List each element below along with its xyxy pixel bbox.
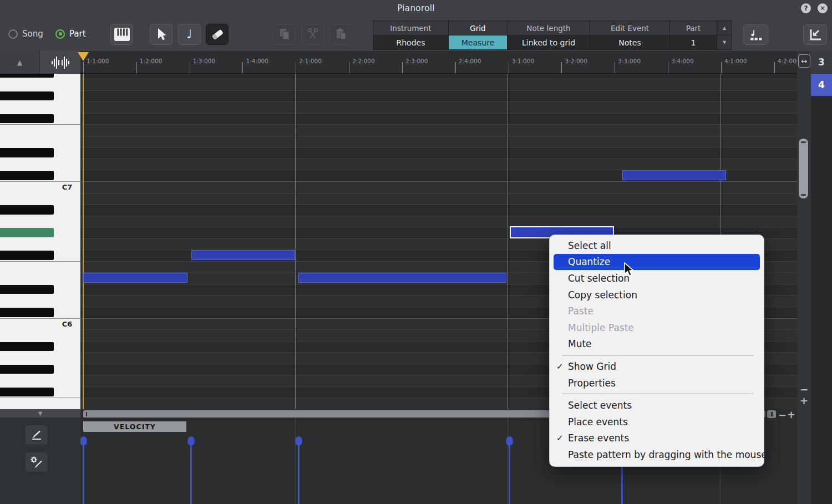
- velocity-handle-e6[interactable]: [80, 436, 87, 446]
- menu-item-place-events[interactable]: Place events: [550, 414, 764, 430]
- piano-key-a-5[interactable]: [0, 342, 54, 352]
- scroll-down-button[interactable]: ▼: [0, 409, 80, 418]
- part-spinner-down[interactable]: ▼: [717, 35, 732, 49]
- piano-key-f5[interactable]: [0, 398, 80, 409]
- piano-key-a-6[interactable]: [0, 205, 54, 215]
- piano-key-d7[interactable]: [0, 159, 80, 170]
- mode-radio-part[interactable]: Part: [55, 29, 86, 39]
- hzoom-out-button[interactable]: −: [778, 410, 787, 420]
- grid-value[interactable]: Measure: [449, 35, 507, 49]
- piano-key-b5[interactable]: [0, 329, 80, 341]
- velocity-stem-f-6[interactable]: [190, 441, 192, 504]
- timeline-ruler[interactable]: 1:1:0001:2:0001:3:0001:4:0002:1:0002:2:0…: [80, 51, 797, 74]
- note-tool-button[interactable]: ♩: [178, 24, 201, 45]
- piano-key-c-6[interactable]: [0, 308, 54, 317]
- midi-note-e6[interactable]: [83, 273, 187, 283]
- playhead-marker[interactable]: [78, 52, 89, 61]
- edit-event-value[interactable]: Notes: [590, 35, 669, 49]
- mode-radio-song[interactable]: Song: [8, 29, 43, 39]
- menu-item-copy-selection[interactable]: Copy selection: [550, 287, 764, 303]
- menu-item-quantize[interactable]: Quantize: [554, 254, 760, 271]
- waveform-view-button[interactable]: [40, 51, 80, 74]
- pointer-tool-button[interactable]: [150, 24, 173, 45]
- velocity-stem-e6[interactable]: [298, 441, 300, 504]
- instrument-value[interactable]: Rhodes: [373, 35, 448, 49]
- part-header: Part: [670, 21, 717, 35]
- menu-item-label: Quantize: [568, 256, 610, 267]
- part-value[interactable]: 1: [670, 35, 717, 49]
- grid-row-c7: [80, 181, 797, 193]
- piano-key-f-6[interactable]: [0, 251, 54, 260]
- velocity-settings-button[interactable]: [24, 452, 48, 472]
- draw-velocity-button[interactable]: [24, 425, 48, 445]
- piano-key-e6[interactable]: [0, 272, 80, 284]
- velocity-stem-g-6[interactable]: [509, 441, 510, 504]
- piano-key-g-5[interactable]: [0, 365, 54, 374]
- piano-key-f7[interactable]: [0, 124, 80, 136]
- piano-key-a7[interactable]: [0, 79, 80, 90]
- help-icon[interactable]: ?: [801, 3, 811, 13]
- ruler-tick-label: 1:3:000: [193, 58, 215, 64]
- hzoom-in-button[interactable]: +: [787, 410, 795, 420]
- piano-key-b6[interactable]: [0, 193, 80, 205]
- vzoom-out-button[interactable]: −: [800, 385, 808, 395]
- import-to-corner-button[interactable]: [803, 24, 827, 45]
- tab-column-filler: [811, 96, 832, 504]
- eraser-tool-button[interactable]: [206, 24, 229, 45]
- piano-key-a-7[interactable]: [0, 74, 54, 78]
- menu-item-label: Multiple Paste: [568, 322, 634, 333]
- piano-key-d-7[interactable]: [0, 148, 54, 157]
- piano-key-f-5[interactable]: [0, 388, 54, 397]
- menu-item-show-grid[interactable]: ✓Show Grid: [550, 358, 764, 375]
- menu-item-erase-events[interactable]: ✓Erase events: [550, 430, 764, 447]
- vertical-scrollbar[interactable]: [799, 139, 808, 198]
- piano-key-a5[interactable]: [0, 352, 80, 364]
- keyboard-panel-button[interactable]: [110, 24, 133, 45]
- velocity-stem-e6[interactable]: [83, 441, 84, 504]
- scroll-up-button[interactable]: ▲: [0, 51, 40, 74]
- piano-key-a6[interactable]: [0, 216, 80, 227]
- midi-note-f-6[interactable]: [191, 250, 296, 261]
- step-record-button[interactable]: [743, 24, 768, 45]
- menu-item-properties[interactable]: Properties: [550, 375, 764, 391]
- piano-key-g6[interactable]: [0, 238, 80, 250]
- velocity-handle-e6[interactable]: [295, 436, 302, 446]
- piano-key-f-7[interactable]: [0, 114, 54, 124]
- piano-key-g-6[interactable]: [0, 228, 54, 237]
- midi-note-e6[interactable]: [298, 273, 506, 283]
- menu-item-select-events[interactable]: Select events: [550, 397, 764, 414]
- piano-key-f6[interactable]: [0, 261, 80, 273]
- piano-key-g7[interactable]: [0, 101, 80, 113]
- piano-key-e7[interactable]: [0, 136, 80, 147]
- piano-key-d6[interactable]: [0, 295, 80, 307]
- piano-key-d-6[interactable]: [0, 285, 54, 294]
- velocity-label: VELOCITY: [83, 421, 186, 432]
- velocity-handle-g-6[interactable]: [506, 436, 513, 446]
- part-spinner-up[interactable]: ▲: [717, 21, 732, 35]
- ruler-tick-label: 1:1:000: [87, 58, 109, 64]
- measure-line: [508, 74, 508, 409]
- note-length-value[interactable]: Linked to grid: [508, 35, 590, 49]
- copy-button: [273, 24, 296, 45]
- white-key-separator: [0, 181, 80, 182]
- menu-item-paste-pattern-by-dragging-with-the-mouse[interactable]: Paste pattern by dragging with the mouse: [550, 446, 764, 463]
- ruler-tick-label: 3:1:000: [512, 58, 534, 64]
- part-tab-3[interactable]: 3: [811, 51, 832, 74]
- menu-item-cut-selection[interactable]: Cut selection: [550, 270, 764, 287]
- piano-key-g5[interactable]: [0, 375, 80, 386]
- h-arrows-icon: ↔: [801, 57, 808, 65]
- part-tab-4[interactable]: 4: [811, 74, 832, 96]
- chevron-up-icon: ▲: [17, 58, 23, 67]
- piano-key-c-7[interactable]: [0, 171, 54, 180]
- vzoom-in-button[interactable]: +: [800, 396, 808, 406]
- velocity-handle-f-6[interactable]: [187, 436, 195, 446]
- menu-item-mute[interactable]: Mute: [550, 336, 764, 353]
- hscroll-end-icon[interactable]: [767, 410, 776, 418]
- midi-note-c-7[interactable]: [622, 170, 726, 181]
- fit-width-button[interactable]: ↔: [798, 54, 810, 68]
- menu-item-select-all[interactable]: Select all: [550, 237, 764, 254]
- piano-key-g-7[interactable]: [0, 91, 54, 101]
- pianoroll-window: Pianoroll ? ✕ Song Part ♩: [0, 0, 832, 504]
- close-icon[interactable]: ✕: [818, 3, 828, 13]
- instrument-header: Instrument: [373, 21, 448, 35]
